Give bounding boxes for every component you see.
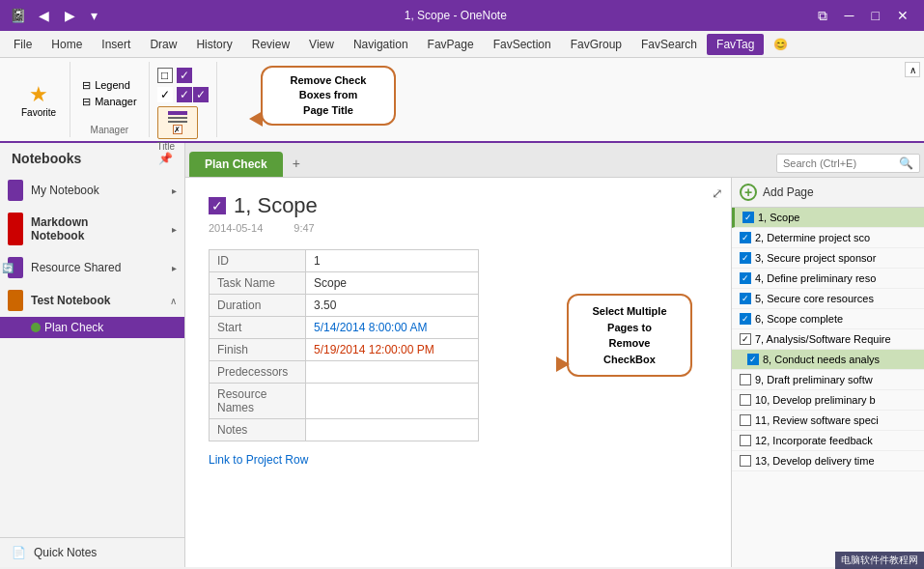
page-editor: ⤢ ✓ 1, Scope 2014-05-14 9:47 ID 1: [185, 178, 731, 567]
star-icon: ★: [29, 82, 48, 107]
page-list-item[interactable]: 13, Develop delivery time: [732, 451, 924, 471]
title-bar: 📓 ◀ ▶ ▾ 1, Scope - OneNote ⧉ ─ □ ✕: [0, 0, 924, 31]
title-button[interactable]: ✗: [157, 106, 198, 139]
page-list-item[interactable]: 9, Draft preliminary softw: [732, 370, 924, 390]
menu-insert[interactable]: Insert: [92, 34, 140, 55]
page-list-item[interactable]: 10, Develop preliminary b: [732, 390, 924, 411]
menu-favgroup[interactable]: FavGroup: [561, 34, 631, 55]
menu-favsearch[interactable]: FavSearch: [631, 34, 707, 55]
notebook-expand-resource[interactable]: ▸: [172, 263, 177, 273]
notebook-expand-my[interactable]: ▸: [172, 185, 177, 196]
manager-button[interactable]: ⊟ Manager: [78, 95, 140, 109]
pin-icon[interactable]: 📌: [158, 152, 173, 165]
quick-notes[interactable]: 📄 Quick Notes: [0, 537, 184, 567]
page-name: 2, Determine project sco: [755, 232, 916, 243]
sync-icon: 🔄: [2, 263, 14, 273]
page-list-item[interactable]: 12, Incorporate feedback: [732, 431, 924, 451]
field-label-taskname: Task Name: [210, 272, 306, 295]
minimize-button[interactable]: ─: [837, 6, 862, 26]
page-list-item[interactable]: ✓ 4, Define preliminary reso: [732, 269, 924, 289]
menu-favtag[interactable]: FavTag: [707, 34, 764, 55]
notebook-markdown[interactable]: MarkdownNotebook ▸: [0, 207, 184, 251]
field-label-notes: Notes: [210, 419, 306, 441]
page-name: 6, Scope complete: [755, 313, 916, 325]
tab-add-button[interactable]: +: [283, 150, 310, 177]
field-label-finish: Finish: [210, 339, 306, 361]
dropdown-button[interactable]: ▾: [87, 6, 101, 25]
page-checkbox: ✓: [740, 272, 751, 284]
menu-navigation[interactable]: Navigation: [344, 34, 418, 55]
menu-favpage[interactable]: FavPage: [418, 34, 484, 55]
page-name: 10, Develop preliminary b: [755, 394, 916, 406]
manager-group-label: Manager: [91, 123, 128, 135]
menu-file[interactable]: File: [4, 34, 42, 55]
notebook-expand-test[interactable]: ∧: [170, 296, 177, 306]
page-list-item[interactable]: ✓ 8, Conduct needs analys: [732, 350, 924, 370]
forward-button[interactable]: ▶: [61, 6, 79, 25]
legend-button[interactable]: ⊟ Legend: [78, 78, 140, 93]
notebook-test[interactable]: Test Notebook ∧: [0, 284, 184, 317]
maximize-button[interactable]: □: [864, 6, 887, 26]
favorite-label: Favorite: [21, 107, 56, 118]
section-dot: [31, 323, 41, 332]
expand-button[interactable]: ⤢: [712, 185, 723, 201]
menu-home[interactable]: Home: [42, 34, 92, 55]
page-list-item[interactable]: ✓ 6, Scope complete: [732, 309, 924, 329]
table-row: Predecessors: [210, 361, 479, 384]
notebook-name-resource: Resource Shared: [31, 261, 164, 274]
notebook-resource[interactable]: Resource Shared ▸ 🔄: [0, 251, 184, 284]
quick-notes-icon: 📄: [12, 546, 26, 559]
ribbon-collapse-button[interactable]: ∧: [905, 62, 920, 77]
field-label-predecessors: Predecessors: [210, 361, 306, 384]
add-page-button[interactable]: + Add Page: [740, 184, 916, 201]
page-checkbox: [740, 455, 751, 467]
menu-review[interactable]: Review: [242, 34, 299, 55]
page-checkbox: ✓: [740, 313, 751, 325]
field-value-finish: 5/19/2014 12:00:00 PM: [306, 339, 479, 361]
quick-notes-label: Quick Notes: [34, 546, 97, 559]
page-checkbox: [740, 414, 751, 426]
callout2-arrow: [556, 356, 570, 372]
notebook-my[interactable]: My Notebook ▸: [0, 174, 184, 207]
page-list-item[interactable]: ✓ 5, Secure core resources: [732, 289, 924, 309]
notebook-expand-markdown[interactable]: ▸: [172, 224, 177, 235]
page-list-item[interactable]: ✓ 2, Determine project sco: [732, 228, 924, 248]
ribbon: ★ Favorite ⊟ Legend ⊟ Manager Manager □ …: [0, 58, 924, 143]
checkbox-checked-icon: ✓: [177, 68, 192, 83]
notebook-name-my: My Notebook: [31, 184, 164, 197]
field-value-id: 1: [306, 250, 479, 272]
project-link[interactable]: Link to Project Row: [209, 453, 708, 467]
menu-history[interactable]: History: [186, 34, 241, 55]
menu-draw[interactable]: Draw: [140, 34, 186, 55]
window-icon-button[interactable]: ⧉: [810, 6, 835, 26]
table-row: Finish 5/19/2014 12:00:00 PM: [210, 339, 479, 361]
table-row: Notes: [210, 419, 479, 441]
page-name: 7, Analysis/Software Require: [755, 333, 916, 345]
page-list-item[interactable]: ✓ 1, Scope: [732, 208, 924, 228]
tabs-bar: Plan Check + 🔍: [185, 143, 924, 178]
favorite-button[interactable]: ★ Favorite: [15, 78, 62, 122]
section-plan-check[interactable]: Plan Check: [0, 317, 184, 338]
page-checkbox: [740, 394, 751, 406]
page-list-item[interactable]: 11, Review software speci: [732, 411, 924, 431]
menu-favsection[interactable]: FavSection: [484, 34, 561, 55]
page-checkbox: ✓: [740, 293, 751, 304]
menu-view[interactable]: View: [299, 34, 344, 55]
callout2-text: Select MultiplePages toRemoveCheckBox: [592, 305, 666, 365]
page-name: 8, Conduct needs analys: [763, 354, 916, 365]
table-row: ID 1: [210, 250, 479, 272]
close-button[interactable]: ✕: [889, 6, 916, 26]
page-list-item[interactable]: ✓ 3, Secure project sponsor: [732, 248, 924, 269]
search-icon: 🔍: [899, 156, 913, 170]
search-input[interactable]: [783, 157, 899, 169]
onenote-icon: 📓: [8, 6, 27, 25]
menu-emoji[interactable]: 😊: [764, 34, 798, 55]
page-checkbox: [740, 374, 751, 385]
callout2-bubble: Select MultiplePages toRemoveCheckBox: [567, 294, 692, 377]
page-list-item[interactable]: ✓ 7, Analysis/Software Require: [732, 329, 924, 350]
tab-plan-check[interactable]: Plan Check: [189, 152, 283, 177]
back-button[interactable]: ◀: [35, 6, 53, 25]
page-title-checkbox[interactable]: ✓: [209, 197, 226, 214]
notebook-color-test: [8, 290, 23, 311]
table-row: Start 5/14/2014 8:00:00 AM: [210, 317, 479, 339]
